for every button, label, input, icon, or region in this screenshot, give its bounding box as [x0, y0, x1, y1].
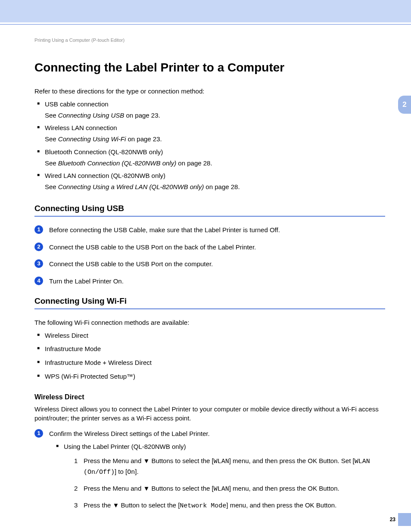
- section-rule: [34, 308, 385, 309]
- step-text: Connect the USB cable to the USB Port on…: [49, 243, 256, 251]
- see-suffix: on page 23.: [126, 135, 162, 143]
- list-item-label: Bluetooth Connection (QL-820NWB only): [45, 148, 163, 156]
- section-rule: [34, 216, 385, 217]
- page-title: Connecting the Label Printer to a Comput…: [34, 61, 385, 75]
- see-prefix: See: [45, 183, 58, 190]
- substep-number: 2: [74, 483, 78, 493]
- step-number-icon: 1: [34, 225, 43, 234]
- running-head: Printing Using a Computer (P-touch Edito…: [34, 37, 385, 43]
- usb-steps: 1Before connecting the USB Cable, make s…: [34, 225, 385, 286]
- section-heading-wifi: Connecting Using Wi-Fi: [34, 296, 385, 306]
- code-text: WLAN: [214, 485, 229, 493]
- step-item: 4Turn the Label Printer On.: [34, 277, 385, 286]
- header-band: [0, 0, 411, 22]
- code-text: WLAN: [214, 458, 229, 465]
- page-number-tab: [398, 513, 411, 526]
- substep-text-part: Press the ▼ Button to select the [: [84, 501, 180, 509]
- subsection-heading-wireless-direct: Wireless Direct: [34, 393, 385, 401]
- step-number-icon: 2: [34, 243, 43, 251]
- wireless-direct-steps: 1 Confirm the Wireless Direct settings o…: [34, 429, 385, 511]
- code-text: Network Mode: [180, 502, 226, 510]
- connection-type-list: USB cable connection See Connecting Usin…: [34, 100, 385, 192]
- see-suffix: on page 28.: [176, 159, 212, 167]
- wifi-methods-list: Wireless Direct Infrastructure Mode Infr…: [34, 331, 385, 381]
- step-number-icon: 1: [34, 429, 43, 438]
- step-item: 2Connect the USB cable to the USB Port o…: [34, 243, 385, 252]
- inner-list-label: Using the Label Printer (QL-820NWB only): [64, 443, 186, 450]
- list-item: Infrastructure Mode + Wireless Direct: [37, 358, 385, 367]
- step-text: Confirm the Wireless Direct settings of …: [49, 430, 210, 437]
- wireless-direct-desc: Wireless Direct allows you to connect th…: [34, 404, 385, 423]
- see-reference: Connecting Using USB: [58, 112, 124, 119]
- see-prefix: See: [45, 135, 58, 143]
- substep-number: 3: [74, 500, 78, 510]
- list-item: Bluetooth Connection (QL-820NWB only) Se…: [37, 147, 385, 168]
- substep-text-part: ] to [: [115, 468, 127, 475]
- step-text: Connect the USB cable to the USB Port on…: [49, 260, 213, 268]
- step-item: 1Before connecting the USB Cable, make s…: [34, 225, 385, 235]
- substep-text-part: ] menu, and then press the OK Button.: [226, 501, 336, 509]
- step-number-icon: 3: [34, 259, 43, 268]
- substep-text-part: ] menu, and then press the OK Button. Se…: [229, 457, 355, 464]
- substep-text-part: Press the Menu and ▼ Buttons to select t…: [84, 485, 214, 492]
- substep-item: 3 Press the ▼ Button to select the [Netw…: [74, 500, 385, 511]
- list-item: USB cable connection See Connecting Usin…: [37, 100, 385, 120]
- substep-number: 1: [74, 456, 78, 466]
- list-item: Wireless Direct: [37, 331, 385, 340]
- list-item: Wired LAN connection (QL-820NWB only) Se…: [37, 171, 385, 192]
- step-item: 1 Confirm the Wireless Direct settings o…: [34, 429, 385, 511]
- see-prefix: See: [45, 159, 58, 167]
- list-item-label: Wired LAN connection (QL-820NWB only): [45, 172, 165, 179]
- code-text: On: [127, 469, 135, 476]
- list-item-label: USB cable connection: [45, 100, 109, 108]
- see-suffix: on page 23.: [124, 112, 160, 119]
- inner-list: Using the Label Printer (QL-820NWB only)…: [49, 442, 385, 511]
- numbered-substeps: 1 Press the Menu and ▼ Buttons to select…: [64, 456, 385, 511]
- page-body: Printing Using a Computer (P-touch Edito…: [0, 25, 411, 511]
- list-item: Infrastructure Mode: [37, 344, 385, 354]
- wifi-intro: The following Wi-Fi connection methods a…: [34, 318, 385, 327]
- step-text: Before connecting the USB Cable, make su…: [49, 226, 280, 233]
- substep-text-part: Press the Menu and ▼ Buttons to select t…: [84, 457, 214, 464]
- list-item: WPS (Wi-Fi Protected Setup™): [37, 372, 385, 381]
- page-number: 23: [390, 516, 395, 523]
- step-number-icon: 4: [34, 277, 43, 285]
- see-reference: Connecting Using Wi-Fi: [58, 135, 126, 143]
- substep-text-part: ].: [135, 468, 138, 475]
- list-item: Using the Label Printer (QL-820NWB only)…: [56, 442, 385, 511]
- intro-text: Refer to these directions for the type o…: [34, 87, 385, 96]
- see-prefix: See: [45, 112, 58, 119]
- substep-item: 2 Press the Menu and ▼ Buttons to select…: [74, 483, 385, 494]
- see-reference: Bluetooth Connection (QL-820NWB only): [58, 159, 176, 167]
- list-item: Wireless LAN connection See Connecting U…: [37, 123, 385, 144]
- see-suffix: on page 28.: [204, 183, 240, 190]
- step-text: Turn the Label Printer On.: [49, 277, 124, 285]
- list-item-label: Wireless LAN connection: [45, 124, 117, 131]
- see-reference: Connecting Using a Wired LAN (QL-820NWB …: [58, 183, 204, 190]
- substep-text-part: ] menu, and then press the OK Button.: [229, 485, 339, 492]
- section-heading-usb: Connecting Using USB: [34, 204, 385, 213]
- substep-item: 1 Press the Menu and ▼ Buttons to select…: [74, 456, 385, 478]
- footer: 23: [0, 513, 411, 526]
- step-item: 3Connect the USB cable to the USB Port o…: [34, 259, 385, 269]
